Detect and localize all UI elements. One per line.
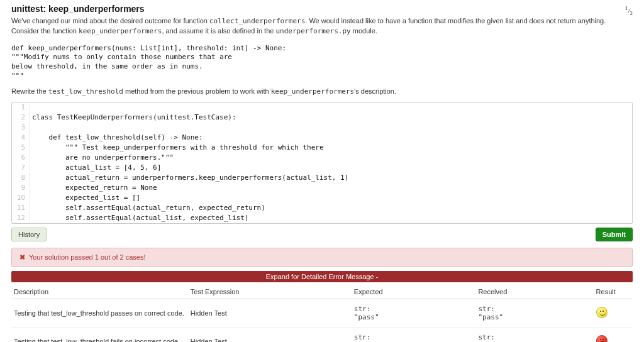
line-number: 11 xyxy=(12,203,30,213)
code-line[interactable]: are no underperformers.""" xyxy=(30,153,632,163)
expand-error-bar[interactable]: Expand for Detailed Error Message - xyxy=(11,271,633,282)
cell-received: str: "pass" xyxy=(475,327,593,342)
intro-text: , and assume it is also defined in the xyxy=(162,27,275,35)
col-header-received: Received xyxy=(475,285,593,299)
cell-test-expression: Hidden Test xyxy=(188,327,352,342)
rewrite-instruction: Rewrite the test_low_threshold method fr… xyxy=(11,87,633,96)
cell-expected: str: "pass" xyxy=(352,299,476,327)
line-number: 9 xyxy=(12,183,30,193)
line-number: 4 xyxy=(12,133,30,143)
intro-code-collect: collect_underperformers xyxy=(209,17,305,25)
frown-icon xyxy=(596,335,608,342)
line-number: 7 xyxy=(12,163,30,173)
page-title: unittest: keep_underperformers xyxy=(11,4,145,14)
signature-block: def keep_underperformers(nums: List[int]… xyxy=(11,44,633,81)
cell-description: Testing that test_low_threshold passes o… xyxy=(11,299,188,327)
rewrite-text: Rewrite the xyxy=(11,87,48,95)
error-x-icon: ✖ xyxy=(19,253,25,262)
col-header-result: Result xyxy=(594,285,633,299)
alert-message: Your solution passed 1 out of 2 cases! xyxy=(29,253,146,261)
intro-text: We've changed our mind about the desired… xyxy=(11,17,209,25)
page-indicator: 1/2 xyxy=(625,5,633,16)
cell-result xyxy=(594,299,633,327)
line-number: 8 xyxy=(12,173,30,183)
line-number: 5 xyxy=(12,143,30,153)
intro-code-module: underperformers.py xyxy=(275,27,350,35)
line-number: 10 xyxy=(12,193,30,203)
smile-icon xyxy=(596,307,608,318)
cell-expected: str: "fail" xyxy=(352,327,476,342)
code-line[interactable]: actual_list = [4, 5, 6] xyxy=(30,163,632,173)
line-number: 2 xyxy=(12,113,30,123)
line-number: 3 xyxy=(12,123,30,133)
table-row: Testing that test_low_threshold fails on… xyxy=(11,327,633,342)
intro-text: module. xyxy=(351,27,377,35)
code-line[interactable]: expected_list = [] xyxy=(30,193,632,203)
history-button[interactable]: History xyxy=(11,228,47,241)
page-current: 1 xyxy=(625,5,628,11)
col-header-test: Test Expression xyxy=(188,285,352,299)
cell-result xyxy=(594,327,633,342)
code-line[interactable]: self.assertEqual(actual_return, expected… xyxy=(30,203,632,213)
code-line[interactable]: expected_return = None xyxy=(30,183,632,193)
col-header-expected: Expected xyxy=(352,285,476,299)
rewrite-text: method from the previous problem to work… xyxy=(123,87,271,95)
cell-test-expression: Hidden Test xyxy=(188,299,352,327)
code-line[interactable]: class TestKeepUnderperformers(unittest.T… xyxy=(30,113,632,123)
results-table: Description Test Expression Expected Rec… xyxy=(11,285,633,342)
rewrite-text: 's description. xyxy=(354,87,396,95)
col-header-description: Description xyxy=(11,285,188,299)
rewrite-code-method: test_low_threshold xyxy=(48,87,123,96)
line-number: 12 xyxy=(12,213,30,223)
intro-code-keep: keep_underperformers xyxy=(79,27,162,35)
code-editor[interactable]: 12class TestKeepUnderperformers(unittest… xyxy=(11,102,633,224)
intro-paragraph: We've changed our mind about the desired… xyxy=(11,16,633,36)
code-line[interactable]: actual_return = underperformers.keep_und… xyxy=(30,173,632,183)
submit-button[interactable]: Submit xyxy=(596,228,633,241)
cell-description: Testing that test_low_threshold fails on… xyxy=(11,327,188,342)
rewrite-code-func: keep_underperformers xyxy=(271,87,354,96)
line-number: 1 xyxy=(12,102,30,113)
table-row: Testing that test_low_threshold passes o… xyxy=(11,299,633,327)
cell-received: str: "pass" xyxy=(475,299,593,327)
line-number: 6 xyxy=(12,153,30,163)
result-alert: ✖ Your solution passed 1 out of 2 cases! xyxy=(11,248,633,267)
code-line[interactable]: self.assertEqual(actual_list, expected_l… xyxy=(30,213,632,223)
page-total: 2 xyxy=(630,10,633,16)
code-line[interactable]: """ Test keep_underperformers with a thr… xyxy=(30,143,632,153)
code-line[interactable] xyxy=(30,102,632,113)
code-line[interactable] xyxy=(30,123,632,133)
code-line[interactable]: def test_low_threshold(self) -> None: xyxy=(30,133,632,143)
